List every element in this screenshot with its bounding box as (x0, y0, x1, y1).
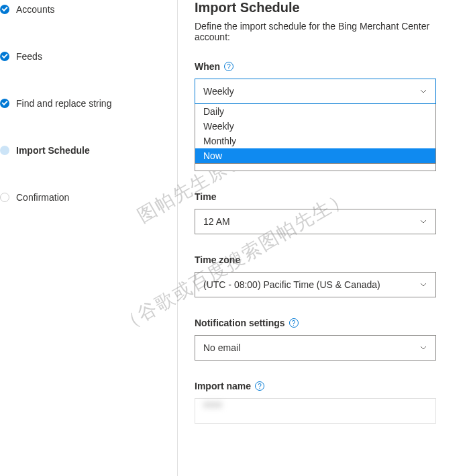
blurred-value: xxxx (203, 399, 222, 410)
pending-step-icon (0, 193, 9, 202)
field-notification: Notification settings ? No email (195, 318, 454, 361)
step-label: Confirmation (16, 192, 69, 203)
current-step-icon (0, 146, 9, 155)
help-icon[interactable]: ? (255, 381, 264, 391)
help-icon[interactable]: ? (289, 318, 299, 328)
step-find-replace[interactable]: Find and replace string (0, 94, 177, 113)
help-icon[interactable]: ? (224, 62, 233, 71)
sidebar: Accounts Feeds Find and replace string I… (0, 0, 178, 476)
chevron-down-icon (419, 344, 427, 352)
label-text: Import name (195, 381, 251, 391)
field-import-name: Import name ? xxxx (195, 381, 454, 424)
chevron-down-icon (419, 281, 427, 289)
field-timezone: Time zone (UTC - 08:00) Pacific Time (US… (195, 254, 454, 297)
import-name-label: Import name ? (195, 381, 454, 391)
option-weekly[interactable]: Weekly (195, 119, 435, 134)
option-monthly[interactable]: Monthly (195, 134, 435, 148)
time-label: Time (195, 191, 454, 202)
check-icon (0, 5, 9, 14)
step-feeds[interactable]: Feeds (0, 47, 177, 66)
check-icon (0, 52, 9, 61)
option-now[interactable]: Now (195, 148, 435, 163)
check-icon (0, 99, 9, 108)
page-description: Define the import schedule for the Bing … (195, 21, 454, 42)
chevron-down-icon (419, 87, 427, 95)
step-label: Feeds (16, 51, 42, 62)
step-label: Accounts (16, 4, 55, 15)
label-text: Notification settings (195, 318, 285, 328)
step-import-schedule[interactable]: Import Schedule (0, 141, 177, 160)
option-daily[interactable]: Daily (195, 104, 435, 119)
notification-label: Notification settings ? (195, 318, 454, 328)
time-select[interactable]: 12 AM (195, 209, 436, 234)
label-text: When (195, 61, 220, 72)
main-content: Import Schedule Define the import schedu… (178, 0, 471, 476)
select-value: (UTC - 08:00) Pacific Time (US & Canada) (203, 279, 380, 290)
field-time: Time 12 AM (195, 191, 454, 234)
field-when: When ? Weekly Monday Daily Weekly Monthl… (195, 61, 454, 104)
page-title: Import Schedule (195, 0, 454, 15)
when-dropdown: Daily Weekly Monthly Now (195, 104, 436, 164)
step-label: Import Schedule (16, 145, 90, 156)
select-value: No email (203, 342, 240, 353)
select-value: 12 AM (203, 216, 230, 227)
chevron-down-icon (419, 218, 427, 226)
import-name-input[interactable]: xxxx (195, 398, 436, 424)
timezone-label: Time zone (195, 254, 454, 265)
timezone-select[interactable]: (UTC - 08:00) Pacific Time (US & Canada) (195, 272, 436, 297)
when-label: When ? (195, 61, 454, 72)
step-accounts[interactable]: Accounts (0, 0, 177, 19)
select-value: Weekly (203, 86, 234, 97)
notification-select[interactable]: No email (195, 335, 436, 361)
when-select[interactable]: Weekly (195, 79, 436, 104)
step-confirmation[interactable]: Confirmation (0, 188, 177, 207)
step-label: Find and replace string (16, 98, 111, 109)
